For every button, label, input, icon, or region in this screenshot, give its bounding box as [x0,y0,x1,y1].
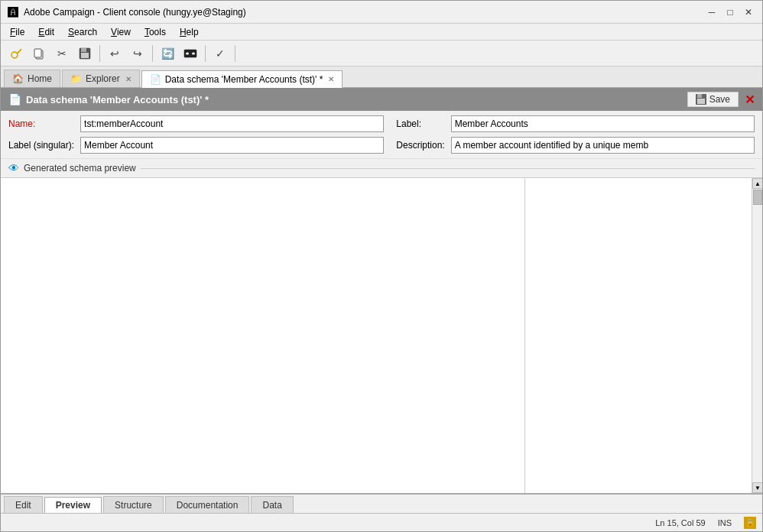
scroll-thumb[interactable] [753,190,762,205]
tab-explorer[interactable]: 📁 Explorer ✕ [62,70,140,87]
label-singular-label: Label (singular): [8,140,80,151]
title-bar: 🅰 Adobe Campaign - Client console (hungy… [1,1,762,24]
svg-rect-8 [81,53,89,58]
app-icon: 🅰 [7,6,19,18]
menu-edit[interactable]: Edit [32,25,60,39]
tab-schema-label: Data schema 'Member Accounts (tst)' * [165,74,323,85]
cursor-position: Ln 15, Col 59 [655,518,705,527]
window-title: Adobe Campaign - Client console (hungy.y… [24,7,246,18]
scroll-track [752,189,762,482]
toolbar-search-btn[interactable] [180,44,201,63]
toolbar-undo-btn[interactable]: ↩ [104,44,125,63]
label-label: Label: [384,118,450,129]
label-input[interactable] [451,115,755,132]
lock-icon: 🔒 [744,517,756,529]
tab-home[interactable]: 🏠 Home [4,70,60,87]
panel-header-right: Save ✕ [687,92,755,107]
tab-data-schema[interactable]: 📄 Data schema 'Member Accounts (tst)' * … [141,70,343,88]
svg-rect-14 [697,99,705,104]
toolbar-cut-btn[interactable]: ✂ [51,44,73,63]
app-window: 🅰 Adobe Campaign - Client console (hungy… [1,1,762,531]
panel-header: 📄 Data schema 'Member Accounts (tst)' * … [1,88,762,111]
svg-point-0 [11,52,18,58]
menu-search[interactable]: Search [62,25,103,39]
maximize-button[interactable]: □ [722,5,738,20]
description-label: Description: [384,140,450,151]
toolbar-refresh-btn[interactable]: 🔄 [157,44,178,63]
save-icon [696,94,706,105]
toolbar-separator-2 [152,45,153,62]
preview-right-panel: ▲ ▼ [525,178,762,493]
toolbar-separator-3 [205,45,206,62]
title-bar-left: 🅰 Adobe Campaign - Client console (hungy… [7,6,246,18]
toolbar-copy-btn[interactable] [28,44,50,63]
menu-bar: File Edit Search View Tools Help [1,24,762,41]
toolbar: ✂ ↩ ↪ 🔄 ✓ [1,41,762,66]
description-input[interactable] [451,137,755,154]
panel-schema-icon: 📄 [8,93,21,105]
right-scrollbar[interactable]: ▲ ▼ [752,178,762,493]
schema-preview-header: 👁 Generated schema preview [1,158,762,177]
svg-rect-7 [81,48,86,52]
label-singular-input[interactable] [80,137,384,154]
toolbar-separator-4 [235,45,235,62]
bottom-tab-structure[interactable]: Structure [103,496,164,513]
toolbar-check-btn[interactable]: ✓ [209,44,231,63]
tab-explorer-label: Explorer [86,73,120,84]
title-bar-controls: ─ □ ✕ [704,5,756,20]
svg-rect-13 [697,94,702,98]
panel-header-left: 📄 Data schema 'Member Accounts (tst)' * [8,93,209,105]
schema-preview-label: Generated schema preview [24,163,136,174]
menu-help[interactable]: Help [174,25,205,39]
bottom-tab-edit[interactable]: Edit [4,496,43,513]
scroll-down-arrow[interactable]: ▼ [752,482,762,493]
svg-point-10 [186,52,189,54]
menu-view[interactable]: View [105,25,137,39]
name-input[interactable] [80,115,384,132]
scroll-up-arrow[interactable]: ▲ [752,178,762,189]
preview-panels: ▲ ▼ [1,177,762,493]
menu-tools[interactable]: Tools [138,25,172,39]
content-wrapper: 📄 Data schema 'Member Accounts (tst)' * … [1,88,762,531]
folder-icon: 📁 [70,73,82,84]
preview-left-panel [1,178,525,493]
bottom-tab-preview[interactable]: Preview [44,497,102,514]
form-fields: Name: Label: Label (singular): Descripti… [1,111,762,158]
status-bar: Ln 15, Col 59 INS 🔒 [1,513,762,531]
toolbar-redo-btn[interactable]: ↪ [127,44,148,63]
eye-icon: 👁 [8,162,19,174]
bottom-tab-data[interactable]: Data [251,496,293,513]
tab-schema-close[interactable]: ✕ [328,75,334,83]
save-button[interactable]: Save [687,92,739,107]
name-label: Name: [8,118,80,129]
menu-file[interactable]: File [4,25,31,39]
svg-point-11 [192,52,195,54]
svg-rect-5 [34,49,41,57]
schema-icon: 📄 [150,74,161,85]
toolbar-save-btn[interactable] [74,44,96,63]
toolbar-key-btn[interactable] [5,44,27,63]
insert-mode: INS [718,518,732,527]
toolbar-separator-1 [99,45,100,62]
discard-button[interactable]: ✕ [745,92,755,107]
bottom-tab-documentation[interactable]: Documentation [165,496,250,513]
tab-bar: 🏠 Home 📁 Explorer ✕ 📄 Data schema 'Membe… [1,66,762,88]
home-icon: 🏠 [12,73,24,84]
svg-line-2 [20,50,21,51]
tab-explorer-close[interactable]: ✕ [125,75,131,83]
minimize-button[interactable]: ─ [704,5,719,20]
panel-title: Data schema 'Member Accounts (tst)' * [26,94,209,105]
close-button[interactable]: ✕ [741,5,756,20]
svg-line-3 [18,52,19,53]
tab-home-label: Home [28,73,52,84]
schema-preview-line [141,168,755,169]
bottom-tab-bar: Edit Preview Structure Documentation Dat… [1,493,762,513]
